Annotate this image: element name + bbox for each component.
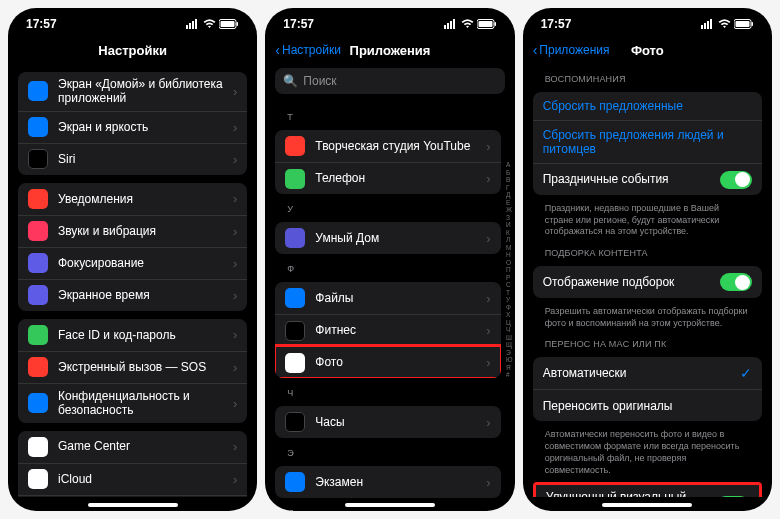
nav-title: Приложения bbox=[350, 43, 431, 58]
index-letter[interactable]: Ж bbox=[506, 207, 513, 214]
list-row[interactable]: Уведомления› bbox=[18, 183, 247, 215]
list-row[interactable]: Face ID и код-пароль› bbox=[18, 319, 247, 351]
index-letter[interactable]: И bbox=[506, 222, 513, 229]
index-letter[interactable]: Л bbox=[506, 237, 513, 244]
index-letter[interactable]: П bbox=[506, 267, 513, 274]
search-input[interactable]: 🔍 Поиск bbox=[275, 68, 504, 94]
signal-icon bbox=[444, 19, 458, 29]
index-letter[interactable]: С bbox=[506, 282, 513, 289]
svg-rect-2 bbox=[192, 21, 194, 29]
featured-header: ПОДБОРКА КОНТЕНТА bbox=[545, 248, 762, 258]
nav-header: Настройки bbox=[8, 36, 257, 64]
show-featured-toggle[interactable] bbox=[720, 273, 752, 291]
index-letter[interactable]: Ч bbox=[506, 327, 513, 334]
toggle-label: Улучшенный визуальный поиск bbox=[546, 490, 717, 497]
holiday-events-toggle[interactable] bbox=[720, 171, 752, 189]
list-row[interactable]: Звуки и вибрация› bbox=[18, 215, 247, 247]
apps-group: Файлы›Фитнес›Фото› bbox=[275, 282, 500, 378]
settings-group: Game Center›iCloud›Wallet и Apple Pay› bbox=[18, 431, 247, 497]
row-label: Face ID и код-пароль bbox=[58, 328, 233, 342]
visual-search-toggle[interactable] bbox=[717, 496, 749, 497]
status-icons bbox=[701, 19, 754, 29]
svg-rect-6 bbox=[237, 22, 239, 26]
chevron-right-icon: › bbox=[486, 323, 490, 338]
transfer-footer: Автоматически переносить фото и видео в … bbox=[545, 429, 750, 476]
list-row[interactable]: Умный Дом› bbox=[275, 222, 500, 254]
home-indicator[interactable] bbox=[602, 503, 692, 507]
row-label: Уведомления bbox=[58, 192, 233, 206]
list-row[interactable]: Экстренный вызов — SOS› bbox=[18, 351, 247, 383]
back-button[interactable]: ‹ Приложения bbox=[533, 42, 610, 58]
hand-icon bbox=[28, 393, 48, 413]
chevron-right-icon: › bbox=[233, 224, 237, 239]
index-letter[interactable]: Ю bbox=[506, 357, 513, 364]
nav-title: Настройки bbox=[98, 43, 167, 58]
chevron-right-icon: › bbox=[233, 360, 237, 375]
reset-people-button[interactable]: Сбросить предложения людей и питомцев bbox=[533, 120, 762, 163]
transfer-originals-option[interactable]: Переносить оригиналы bbox=[533, 389, 762, 421]
content-area[interactable]: ТТворческая студия YouTube›Телефон›УУмны… bbox=[265, 102, 514, 511]
chevron-left-icon: ‹ bbox=[533, 42, 538, 58]
alpha-section-header: Т bbox=[287, 112, 500, 122]
fitness-icon bbox=[285, 321, 305, 341]
list-row[interactable]: Экран «Домой» и библиотека приложений› bbox=[18, 72, 247, 111]
index-letter[interactable]: В bbox=[506, 177, 513, 184]
list-row[interactable]: Фитнес› bbox=[275, 314, 500, 346]
svg-rect-10 bbox=[453, 19, 455, 29]
list-row[interactable]: Фокусирование› bbox=[18, 247, 247, 279]
alpha-section-header: Ч bbox=[287, 388, 500, 398]
back-button[interactable]: ‹ Настройки bbox=[275, 42, 341, 58]
list-row[interactable]: Game Center› bbox=[18, 431, 247, 463]
index-letter[interactable]: Н bbox=[506, 252, 513, 259]
list-row[interactable]: Творческая студия YouTube› bbox=[275, 130, 500, 162]
list-row[interactable]: Фото› bbox=[275, 346, 500, 378]
row-label: Умный Дом bbox=[315, 231, 486, 245]
list-row[interactable]: Экранное время› bbox=[18, 279, 247, 311]
index-letter[interactable]: У bbox=[506, 297, 513, 304]
chevron-right-icon: › bbox=[486, 171, 490, 186]
list-row[interactable]: Файлы› bbox=[275, 282, 500, 314]
apps-group: Творческая студия YouTube›Телефон› bbox=[275, 130, 500, 194]
chevron-right-icon: › bbox=[486, 475, 490, 490]
chevron-right-icon: › bbox=[233, 256, 237, 271]
content-area[interactable]: ВОСПОМИНАНИЯ Сбросить предложенные Сброс… bbox=[523, 64, 772, 497]
alphabet-index[interactable]: АБВГДЕЖЗИКЛМНОПРСТУФХЦЧШЩЭЮЯ# bbox=[506, 162, 513, 379]
wifi-icon bbox=[718, 19, 731, 29]
row-label: Фото bbox=[315, 355, 486, 369]
alpha-section-header: Я bbox=[287, 508, 500, 511]
svg-rect-9 bbox=[450, 21, 452, 29]
svg-rect-3 bbox=[195, 19, 197, 29]
alpha-section-header: Ф bbox=[287, 264, 500, 274]
memories-group: Сбросить предложенные Сбросить предложен… bbox=[533, 92, 762, 195]
index-letter[interactable]: Х bbox=[506, 312, 513, 319]
holiday-events-toggle-row: Праздничные события bbox=[533, 163, 762, 195]
list-row[interactable]: Телефон› bbox=[275, 162, 500, 194]
chevron-right-icon: › bbox=[233, 439, 237, 454]
home-indicator[interactable] bbox=[345, 503, 435, 507]
reset-suggested-button[interactable]: Сбросить предложенные bbox=[533, 92, 762, 120]
index-letter[interactable]: Щ bbox=[506, 342, 513, 349]
index-letter[interactable]: А bbox=[506, 162, 513, 169]
list-row[interactable]: Siri› bbox=[18, 143, 247, 175]
list-row[interactable]: Экзамен› bbox=[275, 466, 500, 498]
photos-icon bbox=[285, 353, 305, 373]
status-bar: 17:57 bbox=[8, 8, 257, 36]
svg-rect-16 bbox=[707, 21, 709, 29]
index-letter[interactable]: # bbox=[506, 372, 513, 379]
list-row[interactable]: Wallet и Apple Pay› bbox=[18, 495, 247, 497]
row-label: Экзамен bbox=[315, 475, 486, 489]
transfer-auto-option[interactable]: Автоматически ✓ bbox=[533, 357, 762, 389]
list-row[interactable]: iCloud› bbox=[18, 463, 247, 495]
checkmark-icon: ✓ bbox=[740, 365, 752, 381]
transfer-header: ПЕРЕНОС НА MAC ИЛИ ПК bbox=[545, 339, 762, 349]
row-label: Экстренный вызов — SOS bbox=[58, 360, 233, 374]
status-bar: 17:57 bbox=[265, 8, 514, 36]
index-letter[interactable]: Д bbox=[506, 192, 513, 199]
list-row[interactable]: Часы› bbox=[275, 406, 500, 438]
transfer-group: Автоматически ✓ Переносить оригиналы bbox=[533, 357, 762, 421]
list-row[interactable]: Экран и яркость› bbox=[18, 111, 247, 143]
home-indicator[interactable] bbox=[88, 503, 178, 507]
content-area[interactable]: Экран «Домой» и библиотека приложений›Эк… bbox=[8, 64, 257, 497]
list-row[interactable]: Конфиденциальность и безопасность› bbox=[18, 383, 247, 423]
chevron-right-icon: › bbox=[486, 139, 490, 154]
